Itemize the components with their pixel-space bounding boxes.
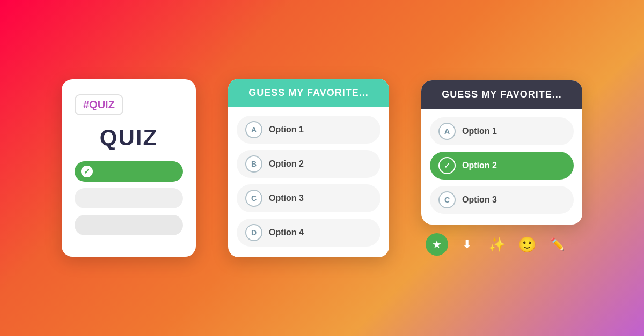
- pencil-icon: ✏️: [550, 237, 565, 251]
- option-letter-b3: ✓: [438, 157, 456, 174]
- card3-option-a[interactable]: A Option 1: [430, 117, 574, 145]
- download-button[interactable]: ⬇: [456, 233, 478, 256]
- option-letter-a: A: [245, 121, 262, 138]
- option-text-b: Option 2: [269, 159, 304, 169]
- quiz-title: QUIZ: [75, 125, 183, 151]
- download-icon: ⬇: [462, 237, 472, 251]
- quiz-bar-green: [75, 161, 183, 182]
- card3-option-c[interactable]: C Option 3: [430, 186, 574, 214]
- card3-option-b[interactable]: ✓ Option 2: [430, 152, 574, 180]
- option-text-c3: Option 3: [462, 195, 497, 205]
- toolbar-row: ★ ⬇ ✨ 🙂 ✏️: [421, 233, 568, 256]
- hashtag-badge: #QUIZ: [75, 94, 123, 115]
- option-letter-b: B: [245, 155, 262, 173]
- option-text-d: Option 4: [269, 228, 304, 237]
- card2-option-a[interactable]: A Option 1: [237, 116, 380, 144]
- pencil-button[interactable]: ✏️: [546, 233, 568, 256]
- card2-header: GUESS MY FAVORITE...: [228, 79, 389, 107]
- card3-wrapper: GUESS MY FAVORITE... A Option 1 ✓ Option…: [421, 80, 582, 256]
- option-text-a: Option 1: [269, 125, 304, 135]
- quiz-bar-gray2: [75, 215, 183, 235]
- sparkle-icon: ✨: [488, 236, 506, 253]
- card2-option-b[interactable]: B Option 2: [237, 150, 380, 178]
- card3-options-list: A Option 1 ✓ Option 2 C Option 3: [421, 109, 582, 225]
- face-button[interactable]: 🙂: [516, 233, 538, 256]
- option-text-c: Option 3: [269, 193, 304, 203]
- star-icon: ★: [432, 238, 442, 251]
- sparkle-button[interactable]: ✨: [486, 233, 508, 256]
- card3-header: GUESS MY FAVORITE...: [421, 80, 582, 109]
- option-text-a3: Option 1: [462, 126, 497, 136]
- face-icon: 🙂: [518, 236, 537, 253]
- card2-options: GUESS MY FAVORITE... A Option 1 B Option…: [228, 79, 389, 257]
- option-letter-c3: C: [438, 191, 456, 208]
- card2-options-list: A Option 1 B Option 2 C Option 3 D Optio…: [228, 107, 389, 257]
- star-button[interactable]: ★: [426, 233, 448, 256]
- card2-option-d[interactable]: D Option 4: [237, 219, 380, 247]
- option-letter-c: C: [245, 190, 262, 207]
- option-letter-a3: A: [438, 123, 456, 140]
- quiz-card: #QUIZ QUIZ: [62, 79, 196, 257]
- quiz-bar-gray1: [75, 188, 183, 208]
- check-mark: ✓: [444, 161, 450, 170]
- option-letter-d: D: [245, 224, 262, 241]
- card3-options: GUESS MY FAVORITE... A Option 1 ✓ Option…: [421, 80, 582, 225]
- option-text-b3: Option 2: [462, 161, 497, 170]
- card2-option-c[interactable]: C Option 3: [237, 184, 380, 212]
- check-icon: [81, 166, 93, 177]
